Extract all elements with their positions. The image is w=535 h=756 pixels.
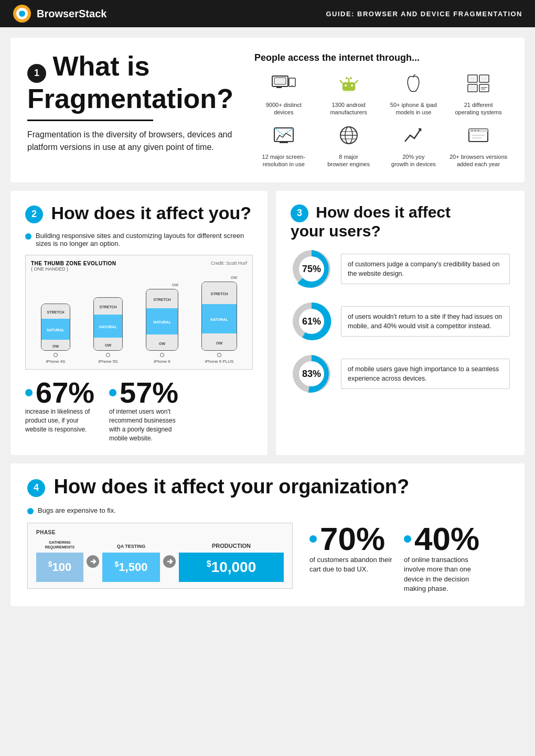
- phone-6plus-label: iPhone 6 PLUS: [205, 359, 234, 364]
- section1-what-is: What is: [52, 51, 149, 81]
- android-icon: [338, 73, 359, 97]
- section1-inner: 1 What is Fragmentation? Fragmentation i…: [27, 52, 508, 168]
- pct-70-dot: [309, 535, 317, 543]
- logo-container: BrowserStack: [13, 4, 106, 23]
- cost-box-1500: $1,500: [102, 553, 160, 582]
- svg-point-3: [20, 8, 24, 11]
- pct-40: 40% of online transactions involve more …: [404, 523, 488, 593]
- svg-point-8: [292, 85, 293, 86]
- svg-rect-6: [276, 87, 282, 88]
- section4-heading: 4 How does it affect your organization?: [27, 476, 508, 498]
- phase-req-label: GATHERINGREQUIREMENTS: [45, 541, 74, 549]
- phone-6plus-stretch: STRETCH: [202, 282, 237, 304]
- bug-phases: GATHERINGREQUIREMENTS $100: [36, 541, 284, 582]
- phone-6: OW STRETCH NATURAL OW iPhone 6: [146, 283, 178, 364]
- pie-stat-61: 61% of users wouldn't return to a site i…: [291, 300, 510, 342]
- section3-number: 3: [291, 204, 308, 222]
- stat-label-growth: 20% yoygrowth in devices: [391, 153, 436, 168]
- phone-6-stretch: STRETCH: [146, 289, 178, 308]
- thumb-zone-title: THE THUMB ZONE EVOLUTION: [31, 261, 116, 266]
- svg-line-28: [274, 128, 284, 135]
- svg-point-16: [346, 77, 348, 79]
- section2-bullet-text: Building responsive sites and customizin…: [36, 232, 253, 247]
- pie-61-label: 61%: [291, 300, 333, 342]
- pct-70-number: 70%: [309, 523, 385, 555]
- pie-75-label: 75%: [291, 248, 333, 290]
- pie-stat-75: 75% of customers judge a company's credi…: [291, 248, 510, 290]
- svg-point-39: [475, 129, 476, 131]
- phase-qa-label: QA TESTING: [117, 544, 146, 549]
- phone-4s-ow: OW: [41, 340, 70, 351]
- section4-title: How does it affect your organization?: [54, 476, 410, 498]
- arrow-2-icon: [162, 554, 177, 569]
- svg-point-11: [345, 84, 347, 87]
- pct-57: 57% of internet users won't recommend bu…: [109, 378, 183, 442]
- section1-number: 1: [27, 64, 46, 83]
- pie-75-desc: of customers judge a company's credibili…: [341, 254, 510, 284]
- pct-67-number: 67%: [25, 378, 94, 407]
- devices-icon: [271, 73, 296, 97]
- stat-label-screen: 12 major screen-resolution in use: [262, 153, 306, 168]
- logo-text: BrowserStack: [37, 8, 106, 20]
- svg-rect-24: [479, 84, 489, 92]
- section1-title: Fragmentation?: [27, 85, 233, 112]
- stat-item-devices: 9000+ distinctdevices: [254, 73, 313, 116]
- pie-83-container: 83%: [291, 353, 333, 395]
- stat-label-android: 1300 androidmanufacturers: [330, 101, 367, 116]
- section2-card: 2 How does it affect you? Building respo…: [10, 191, 268, 455]
- phone-6plus-button: [217, 353, 221, 357]
- phone-5s-label: iPhone 5S: [99, 359, 118, 364]
- section4-right: 70% of customers abandon their cart due …: [309, 523, 508, 593]
- section3-heading: 3 How does it affectyour users?: [291, 203, 510, 240]
- phone-4s: STRETCH NATURAL OW iPhone 4S: [41, 304, 70, 364]
- pie-83-label: 83%: [291, 353, 333, 395]
- section1-description: Fragmentation is the diversity of browse…: [27, 128, 233, 154]
- phone-6plus-body: STRETCH NATURAL OW: [201, 282, 237, 351]
- sections-row: 2 How does it affect you? Building respo…: [10, 191, 525, 455]
- svg-point-38: [472, 129, 473, 131]
- phone-6plus-ow: OW: [202, 333, 237, 351]
- stat-item-iphone: 50+ iphone & ipadmodels in use: [384, 73, 443, 116]
- screen-icon: [272, 125, 295, 149]
- stat-item-versions: 20+ browsers versionsadded each year: [449, 125, 508, 168]
- pct-40-desc: of online transactions involve more than…: [404, 555, 488, 593]
- pie-83-desc: of mobile users gave high importance to …: [341, 359, 510, 389]
- phone-5s: STRETCH NATURAL OW iPhone 5S: [93, 297, 123, 364]
- section4-bullet: Bugs are expensive to fix.: [27, 506, 508, 514]
- stat-item-growth: 20% yoygrowth in devices: [384, 125, 443, 168]
- section4-bullet-text: Bugs are expensive to fix.: [38, 506, 116, 514]
- cost-100: $100: [48, 560, 72, 574]
- thumb-zone-diagram: Credit: Scott Hurf THE THUMB ZONE EVOLUT…: [25, 255, 253, 370]
- pie-stat-83: 83% of mobile users gave high importance…: [291, 353, 510, 395]
- phone-6-ow-top: OW: [172, 283, 178, 287]
- section4-card: 4 How does it affect your organization? …: [10, 463, 525, 606]
- pct-40-value: 40%: [414, 523, 479, 555]
- pct-40-number: 40%: [404, 523, 479, 555]
- stat-item-screen: 12 major screen-resolution in use: [254, 125, 313, 168]
- phone-5s-natural: NATURAL: [94, 315, 122, 338]
- phase-prod-label: PRODUCTION: [212, 543, 251, 549]
- phone-5s-body: STRETCH NATURAL OW: [93, 297, 123, 351]
- phone-5s-ow: OW: [94, 338, 122, 351]
- bug-cost-chart: PHASE GATHERINGREQUIREMENTS $100: [27, 523, 293, 589]
- phone-6-body: STRETCH NATURAL OW: [146, 289, 178, 351]
- pct-67-dot: [25, 389, 33, 396]
- svg-line-15: [355, 80, 358, 83]
- section4-bullet-dot: [27, 508, 34, 514]
- pie-61-container: 61%: [291, 300, 333, 342]
- section3-card: 3 How does it affectyour users? 75% of c…: [276, 191, 525, 455]
- stat-label-os: 21 differentoperating systems: [455, 101, 501, 116]
- section2-bullet: Building responsive sites and customizin…: [25, 232, 253, 247]
- pct-57-desc: of internet users won't recommend busine…: [109, 407, 183, 442]
- phone-4s-label: iPhone 4S: [46, 359, 66, 364]
- pct-57-value: 57%: [120, 378, 178, 407]
- section1-right: People access the internet through...: [254, 52, 508, 168]
- stat-label-iphone: 50+ iphone & ipadmodels in use: [390, 101, 437, 116]
- versions-icon: [467, 125, 490, 149]
- thumb-zone-subtitle: ( ONE HANDED ): [31, 266, 247, 272]
- cost-10000: $10,000: [207, 559, 256, 576]
- thumb-zone-phones: STRETCH NATURAL OW iPhone 4S STRETCH NAT…: [31, 276, 247, 364]
- svg-rect-10: [343, 82, 355, 91]
- phase-qa: QA TESTING $1,500: [102, 544, 160, 582]
- phone-6plus-natural: NATURAL: [202, 304, 237, 333]
